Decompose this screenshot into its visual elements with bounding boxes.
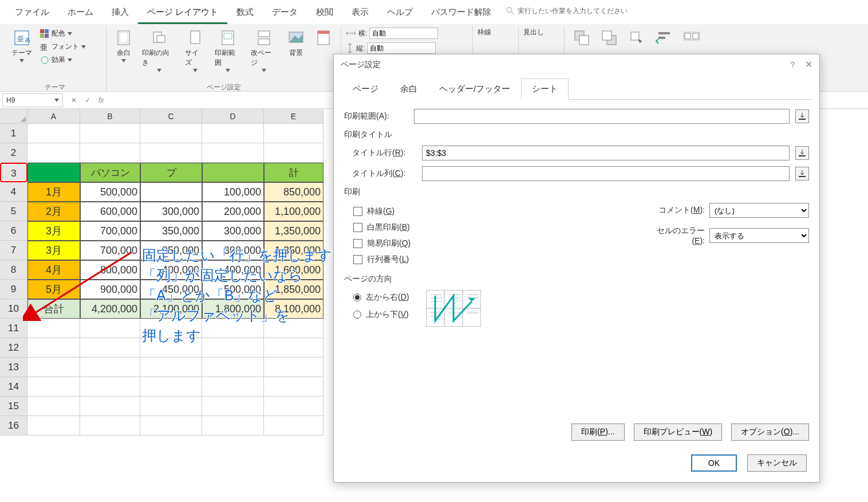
- close-icon[interactable]: ✕: [805, 59, 812, 70]
- row-header[interactable]: 16: [0, 416, 27, 436]
- cell[interactable]: 700,000: [80, 241, 140, 260]
- cell[interactable]: [27, 338, 80, 358]
- print-area-input[interactable]: [414, 109, 790, 124]
- ribbon-tab[interactable]: 校閲: [307, 2, 342, 22]
- cell[interactable]: [264, 416, 323, 436]
- name-box[interactable]: H9: [2, 93, 63, 107]
- cell[interactable]: [264, 143, 323, 163]
- cell[interactable]: [80, 338, 140, 358]
- cell[interactable]: 400,000: [202, 260, 264, 280]
- cell[interactable]: 200,000: [202, 202, 264, 221]
- collapse-ref-button[interactable]: [795, 146, 809, 160]
- ribbon-tab[interactable]: ページ レイアウト: [138, 2, 227, 24]
- cell[interactable]: 2,100,000: [140, 299, 202, 319]
- cell[interactable]: 1,350,000: [264, 241, 323, 260]
- cell[interactable]: [27, 377, 80, 397]
- cell[interactable]: パソコン: [80, 163, 140, 182]
- cell[interactable]: [80, 397, 140, 416]
- cell[interactable]: [80, 377, 140, 397]
- cell[interactable]: 2月: [27, 202, 80, 221]
- row-header[interactable]: 3: [0, 163, 27, 182]
- cell[interactable]: [140, 338, 202, 358]
- cell[interactable]: [80, 416, 140, 436]
- cell[interactable]: 350,000: [140, 241, 202, 260]
- cell[interactable]: 450,000: [140, 280, 202, 299]
- column-header[interactable]: D: [202, 109, 264, 124]
- cell[interactable]: 500,000: [80, 182, 140, 202]
- cell[interactable]: 8,100,000: [264, 299, 323, 319]
- cell[interactable]: 400,000: [140, 260, 202, 280]
- errors-select[interactable]: 表示する: [709, 228, 809, 243]
- cancel-x-icon[interactable]: ✕: [71, 96, 77, 104]
- ribbon-tab[interactable]: パスワード解除: [422, 2, 500, 22]
- cell[interactable]: [140, 143, 202, 163]
- row-header[interactable]: 6: [0, 221, 27, 241]
- row-header[interactable]: 1: [0, 124, 27, 143]
- group-button[interactable]: [679, 28, 704, 48]
- help-icon[interactable]: ?: [790, 60, 795, 69]
- cell[interactable]: [27, 124, 80, 143]
- fx-icon[interactable]: fx: [98, 96, 104, 104]
- size-button[interactable]: サイズ: [182, 28, 208, 73]
- cell[interactable]: [80, 358, 140, 377]
- dialog-tab[interactable]: 余白: [389, 79, 428, 100]
- cell[interactable]: 300,000: [202, 221, 264, 241]
- effects-button[interactable]: 効果: [38, 54, 88, 66]
- printarea-button[interactable]: 印刷範囲: [211, 28, 245, 73]
- printtitles-button[interactable]: [311, 28, 336, 48]
- cell[interactable]: 700,000: [80, 221, 140, 241]
- dialog-tab[interactable]: ヘッダー/フッター: [428, 79, 521, 100]
- collapse-ref-button[interactable]: [795, 167, 809, 181]
- cell[interactable]: 300,000: [140, 202, 202, 221]
- rowcol-checkbox[interactable]: 行列番号(L): [353, 254, 649, 265]
- cell[interactable]: 100,000: [202, 182, 264, 202]
- height-input[interactable]: [367, 42, 436, 54]
- cell[interactable]: [264, 319, 323, 338]
- cell[interactable]: [140, 377, 202, 397]
- cell[interactable]: [264, 358, 323, 377]
- column-header[interactable]: C: [140, 109, 202, 124]
- row-header[interactable]: 15: [0, 397, 27, 416]
- row-header[interactable]: 13: [0, 358, 27, 377]
- cell[interactable]: 1月: [27, 182, 80, 202]
- row-header[interactable]: 2: [0, 143, 27, 163]
- cell[interactable]: [27, 397, 80, 416]
- cell[interactable]: [264, 377, 323, 397]
- cell[interactable]: [27, 358, 80, 377]
- fonts-button[interactable]: 亜フォント: [38, 41, 88, 53]
- cell[interactable]: 3月: [27, 221, 80, 241]
- cell[interactable]: 合計: [27, 299, 80, 319]
- themes-button[interactable]: 亜ぁ テーマ: [8, 28, 35, 64]
- draft-checkbox[interactable]: 簡易印刷(Q): [353, 238, 649, 249]
- cell[interactable]: [140, 416, 202, 436]
- cell[interactable]: 3月: [27, 241, 80, 260]
- cell[interactable]: [202, 143, 264, 163]
- cell[interactable]: 1,100,000: [264, 202, 323, 221]
- select-all-corner[interactable]: [0, 109, 27, 124]
- cell[interactable]: 600,000: [80, 202, 140, 221]
- cell[interactable]: [202, 163, 264, 182]
- ribbon-tab[interactable]: 表示: [342, 2, 378, 22]
- row-header[interactable]: 14: [0, 377, 27, 397]
- options-button[interactable]: オプション(O)...: [731, 423, 809, 441]
- cell[interactable]: [140, 182, 202, 202]
- ribbon-tab[interactable]: データ: [263, 2, 307, 22]
- cell[interactable]: 500,000: [202, 280, 264, 299]
- cell[interactable]: [140, 397, 202, 416]
- column-header[interactable]: A: [27, 109, 80, 124]
- ribbon-tab[interactable]: 数式: [227, 2, 263, 22]
- comments-select[interactable]: (なし): [709, 203, 809, 218]
- cell[interactable]: [264, 124, 323, 143]
- cell[interactable]: [202, 338, 264, 358]
- background-button[interactable]: 背景: [283, 28, 309, 59]
- cell[interactable]: 850,000: [264, 182, 323, 202]
- bringforward-button[interactable]: [569, 28, 594, 48]
- cell[interactable]: [140, 358, 202, 377]
- cell[interactable]: 1,600,000: [264, 260, 323, 280]
- cell[interactable]: [27, 319, 80, 338]
- cell[interactable]: [140, 124, 202, 143]
- ok-button[interactable]: OK: [691, 454, 737, 472]
- cell[interactable]: [80, 124, 140, 143]
- cell[interactable]: 900,000: [80, 280, 140, 299]
- cell[interactable]: 1,800,000: [202, 299, 264, 319]
